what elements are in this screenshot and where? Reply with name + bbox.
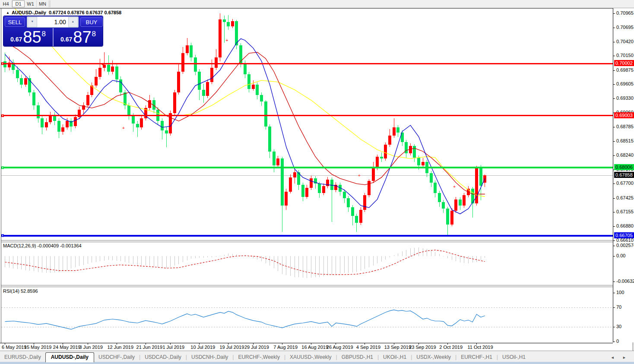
date-label: 16 Aug 2019 <box>301 345 328 350</box>
price-tick-label: 0.70150 <box>616 53 634 58</box>
price-tick-label: 0.70965 <box>616 10 634 16</box>
date-label: 24 May 2019 <box>53 345 81 350</box>
price-tick-label: 0.66880 <box>616 223 634 228</box>
price-tick-label: 0.69605 <box>616 81 634 86</box>
level-line-handle-dot <box>2 235 3 236</box>
chart-symbol-label: AUDUSD-,Daily <box>12 10 46 15</box>
level-price-label: 0.68006 <box>614 164 634 170</box>
price-tick-mark <box>613 84 615 85</box>
chart-tab-bar: EURUSD-,DailyAUDUSD-,DailyUSDCHF-,Daily|… <box>0 351 634 362</box>
panel-resize-handle[interactable] <box>1 240 613 242</box>
price-tick-label: 0.68515 <box>616 138 634 143</box>
volume-input[interactable]: 1.00 <box>38 19 68 25</box>
chart-tab-eurchf-weekly[interactable]: EURCHF-,Weekly <box>234 353 284 362</box>
macd-tick-mark <box>613 256 615 256</box>
price-axis[interactable]: 0.709650.706950.704200.701500.698750.696… <box>613 8 634 342</box>
date-label: 23 Sep 2019 <box>409 345 436 350</box>
sell-price-big: 85 <box>23 30 41 44</box>
price-tick-mark <box>613 70 615 71</box>
date-label: 3 Jun 2019 <box>79 345 103 350</box>
sell-price[interactable]: 0.67858 <box>3 28 54 46</box>
chart-tab-xauusd-weekly[interactable]: XAUUSD-,Weekly <box>285 353 336 362</box>
current-price-label: 0.67858 <box>614 172 634 178</box>
chart-marker-icon: + <box>122 126 125 130</box>
one-click-trading-panel: SELL ▼ 1.00 ▲ BUY 0.67858 0.67878 <box>3 16 103 46</box>
panel-resize-handle[interactable] <box>1 285 613 287</box>
rsi-tick-mark <box>613 293 615 293</box>
price-tick-mark <box>613 241 615 241</box>
date-label: 1 Jul 2019 <box>162 345 184 350</box>
rsi-tick-label: 0 <box>616 339 619 344</box>
ohlc-values: 0.67724 0.67876 0.67637 0.67858 <box>49 10 121 15</box>
price-tick-label: 0.67155 <box>616 209 634 214</box>
date-label: 21 Jun 2019 <box>136 345 163 350</box>
price-tick-label: 0.67425 <box>616 195 634 200</box>
chart-tab-audusd-daily[interactable]: AUDUSD-,Daily <box>45 352 94 362</box>
chart-tab-ukoil-h1[interactable]: UKOil-,H1 <box>379 353 411 362</box>
price-tick-mark <box>613 198 615 199</box>
chart-plot-area[interactable]: +++++ <box>0 9 613 343</box>
rsi-tick-label: 30 <box>616 324 621 329</box>
chart-tab-usdcnh-daily[interactable]: USDCNH-,Daily <box>187 353 232 362</box>
date-label: 13 Sep 2019 <box>384 345 411 350</box>
date-axis[interactable]: 6 May 201915 May 201924 May 20193 Jun 20… <box>0 343 613 351</box>
level-price-label: 0.70002 <box>614 60 634 66</box>
chart-tab-eurusd-daily[interactable]: EURUSD-,Daily <box>0 353 45 362</box>
timeframe-button-w1[interactable]: W1 <box>25 0 37 7</box>
price-tick-label: 0.66610 <box>616 237 634 243</box>
rsi-tick-mark <box>613 342 615 342</box>
timeframe-toolbar: H4D1W1MN <box>0 0 634 8</box>
timeframe-button-h4[interactable]: H4 <box>0 0 12 7</box>
price-tick-mark <box>613 13 615 14</box>
price-tick-mark <box>613 127 615 127</box>
price-tick-mark <box>613 141 615 142</box>
price-tick-label: 0.70695 <box>616 25 634 30</box>
buy-button[interactable]: BUY <box>80 17 103 27</box>
buy-price-sup: 8 <box>92 30 96 38</box>
volume-increase-button[interactable]: ▲ <box>68 17 78 27</box>
sell-price-prefix: 0.67 <box>10 36 22 43</box>
timeframe-button-d1[interactable]: D1 <box>12 0 25 7</box>
sell-button[interactable]: SELL <box>5 17 25 27</box>
chart-marker-icon: + <box>225 38 228 43</box>
level-price-label: 0.66705 <box>614 232 634 238</box>
chart-marker-icon: + <box>101 62 104 67</box>
price-tick-mark <box>613 42 615 42</box>
macd-tick-label: 0.00 <box>616 253 625 258</box>
chart-background <box>1 9 613 343</box>
chart-marker-icon: + <box>358 173 361 178</box>
collapse-arrow-icon[interactable]: ▲ <box>6 11 10 15</box>
price-tick-mark <box>613 184 615 184</box>
price-tick-mark <box>613 28 615 28</box>
chart-title: ▲AUDUSD-,Daily0.67724 0.67876 0.67637 0.… <box>6 10 121 15</box>
price-tick-label: 0.68785 <box>616 124 634 129</box>
buy-price[interactable]: 0.67878 <box>54 28 103 46</box>
tab-scroll-arrows[interactable]: ◄ ► <box>611 355 630 362</box>
timeframe-button-mn[interactable]: MN <box>37 0 49 7</box>
level-line-handle-dot <box>2 167 3 168</box>
chart-tab-gbpusd-h1[interactable]: GBPUSD-,H1 <box>337 353 377 362</box>
rsi-tick-mark <box>613 327 615 327</box>
chart-tab-usdchf-daily[interactable]: USDCHF-,Daily <box>94 353 139 362</box>
price-tick-label: 0.68240 <box>616 152 634 158</box>
date-label: 6 May 2019 <box>2 345 26 350</box>
volume-spinner: ▼ 1.00 ▲ <box>27 16 79 28</box>
price-tick-mark <box>613 226 615 227</box>
macd-indicator-label: MACD(12,26,9) -0.000409 -0.001364 <box>3 243 82 248</box>
chart-tab-usdx-weekly[interactable]: USDX-,Weekly <box>412 353 455 362</box>
date-label: 12 Jun 2019 <box>107 345 133 350</box>
chart-tab-usoil-h1[interactable]: USOil-,H1 <box>498 353 530 362</box>
chart-tab-usdcad-daily[interactable]: USDCAD-,Daily <box>140 353 186 362</box>
date-label: 15 May 2019 <box>24 345 52 350</box>
chart-window: +++++ ▲AUDUSD-,Daily0.67724 0.67876 0.67… <box>0 8 634 361</box>
chart-marker-icon: + <box>453 184 456 189</box>
volume-decrease-button[interactable]: ▼ <box>28 17 37 27</box>
price-tick-mark <box>613 212 615 212</box>
price-tick-mark <box>613 56 615 56</box>
chart-tab-eurchf-h1[interactable]: EURCHF-,H1 <box>456 353 497 362</box>
level-price-label: 0.69003 <box>614 112 634 118</box>
date-label: 7 Aug 2019 <box>273 345 298 350</box>
date-label: 29 Jul 2019 <box>244 345 269 350</box>
price-tick-label: 0.70420 <box>616 39 634 44</box>
macd-tick-label: 0.002574 <box>616 243 634 248</box>
